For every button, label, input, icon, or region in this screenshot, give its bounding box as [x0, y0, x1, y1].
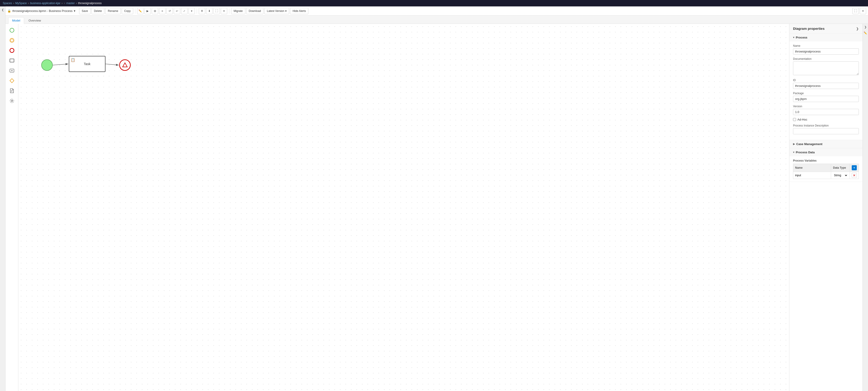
svg-point-3: [10, 48, 14, 53]
right-panel-body: ▾ Process Name Documentation: [789, 33, 863, 391]
refresh-icon-btn[interactable]: ↺: [166, 8, 173, 14]
task-icon: 📋: [71, 58, 75, 62]
case-management-header[interactable]: ▶ Case Management: [789, 140, 863, 148]
process-variables-label: Process Variables: [793, 159, 817, 162]
svg-point-0: [10, 28, 14, 32]
title-dropdown-arrow[interactable]: ▾: [74, 9, 75, 12]
list-icon-btn[interactable]: ≡: [159, 8, 165, 14]
copy-button[interactable]: Copy: [122, 8, 133, 14]
far-right-edit-btn[interactable]: ✏️: [863, 31, 868, 35]
process-data-chevron: ▾: [793, 151, 795, 154]
hide-alerts-button[interactable]: Hide Alerts: [290, 8, 308, 14]
file-title: 🔒 throwsignalprocess.bpmn - Business Pro…: [7, 9, 75, 12]
svg-line-13: [105, 64, 119, 65]
pv-row-datatype-select[interactable]: BooleanFloatIntegerObjectString: [833, 173, 848, 177]
rename-button[interactable]: Rename: [105, 8, 121, 14]
far-right-toggle-top[interactable]: ❯: [863, 25, 868, 29]
adhoc-label: Ad-Hoc: [797, 118, 807, 121]
latest-version-button[interactable]: Latest Version ▾: [265, 8, 289, 14]
breadcrumb-file: throwsignalprocess: [78, 2, 102, 5]
download-button[interactable]: Download: [246, 8, 264, 14]
case-management-chevron: ▶: [793, 142, 795, 145]
process-data-section: ▾ Process Data Process Variables Name: [789, 148, 863, 182]
expand-icon-btn[interactable]: ⛶: [213, 8, 220, 14]
export-icon-btn[interactable]: ⬆: [199, 8, 205, 14]
breadcrumb-spaces[interactable]: Spaces: [3, 2, 12, 5]
process-data-header[interactable]: ▾ Process Data: [789, 148, 863, 156]
migrate-button[interactable]: Migrate: [231, 8, 245, 14]
breadcrumb-branch[interactable]: master: [66, 2, 75, 5]
grid-icon-btn[interactable]: ⊞: [152, 8, 158, 14]
svg-point-10: [11, 100, 12, 101]
bpmn-arrows-svg: [18, 24, 789, 391]
gateway-tool[interactable]: [7, 76, 17, 85]
toolbar: 🔒 throwsignalprocess.bpmn - Business Pro…: [5, 6, 868, 15]
package-field-group: Package: [793, 92, 859, 102]
breadcrumb-myspace[interactable]: MySpace: [16, 2, 27, 5]
process-section-content: Name Documentation ID: [789, 41, 863, 140]
id-label: ID: [793, 78, 859, 82]
version-input[interactable]: [793, 109, 859, 115]
id-input[interactable]: [793, 83, 859, 89]
file-title-text: throwsignalprocess.bpmn - Business Proce…: [12, 9, 72, 12]
subprocess-tool[interactable]: [7, 66, 17, 75]
adhoc-row: Ad-Hoc: [793, 118, 859, 121]
svg-marker-6: [10, 78, 14, 83]
pv-row-name-input[interactable]: [795, 174, 829, 177]
name-input[interactable]: [793, 48, 859, 55]
delete-variable-button[interactable]: ✕: [852, 173, 857, 178]
bpmn-start-node[interactable]: [41, 59, 53, 71]
data-object-tool[interactable]: [7, 86, 17, 95]
right-panel-toggle-btn[interactable]: ❯: [856, 27, 859, 31]
end-event-tool[interactable]: [7, 46, 17, 55]
play-icon-btn[interactable]: ▶: [145, 8, 151, 14]
edit-icon-btn[interactable]: ✏️: [137, 8, 144, 14]
svg-rect-4: [10, 59, 14, 62]
svg-marker-14: [123, 63, 127, 67]
left-panel-toggle[interactable]: ❮: [0, 6, 5, 391]
dropdown-icon-btn[interactable]: ▾: [188, 8, 195, 14]
name-label: Name: [793, 44, 859, 47]
bpmn-canvas[interactable]: 📋 Task: [18, 24, 789, 391]
more-icon-btn[interactable]: ▾: [221, 8, 227, 14]
svg-line-12: [53, 64, 68, 65]
adhoc-checkbox[interactable]: [793, 118, 796, 121]
signal-icon: [122, 62, 128, 68]
start-event-tool[interactable]: [7, 26, 17, 35]
right-panel-title: Diagram properties: [793, 27, 825, 31]
process-data-content: Process Variables Name Data Type +: [789, 156, 863, 182]
undo-icon-btn[interactable]: ↩: [174, 8, 180, 14]
name-field-group: Name: [793, 44, 859, 55]
case-management-label: Case Management: [796, 142, 823, 146]
import-icon-btn[interactable]: ⬇: [206, 8, 213, 14]
container-tool[interactable]: [7, 56, 17, 65]
process-chevron: ▾: [793, 36, 795, 39]
settings-tool[interactable]: [7, 96, 17, 105]
tab-overview[interactable]: Overview: [25, 17, 45, 24]
process-instance-desc-input[interactable]: [793, 128, 859, 134]
check-icon-btn[interactable]: ✓: [181, 8, 188, 14]
process-variables-table: Name Data Type + BooleanFloa: [793, 164, 859, 179]
close-editor-btn[interactable]: ✕: [860, 8, 866, 14]
tab-model[interactable]: Model: [8, 17, 24, 24]
far-right-strip: ❯ ✏️: [863, 24, 868, 391]
breadcrumb-project[interactable]: business-application-kjar: [30, 2, 60, 5]
documentation-textarea[interactable]: [793, 61, 859, 75]
pv-row-name-cell: [793, 172, 831, 179]
bpmn-end-node[interactable]: [119, 59, 131, 71]
breadcrumb-bar: Spaces » MySpace » business-application-…: [0, 0, 868, 6]
add-variable-button[interactable]: +: [852, 165, 857, 170]
process-section-header[interactable]: ▾ Process: [789, 33, 863, 41]
package-input[interactable]: [793, 96, 859, 102]
save-button[interactable]: Save: [79, 8, 90, 14]
package-label: Package: [793, 92, 859, 95]
bpmn-diagram: 📋 Task: [18, 24, 789, 391]
delete-button[interactable]: Delete: [91, 8, 104, 14]
pv-col-datatype: Data Type: [831, 164, 850, 172]
intermediate-event-tool[interactable]: [7, 36, 17, 45]
bpmn-task-node[interactable]: 📋 Task: [69, 56, 105, 72]
tool-palette: [5, 24, 18, 391]
pv-row-delete-cell: ✕: [850, 172, 859, 179]
pv-table-header-row: Name Data Type +: [793, 164, 859, 172]
fullscreen-icon-btn[interactable]: ⛶: [852, 8, 859, 14]
